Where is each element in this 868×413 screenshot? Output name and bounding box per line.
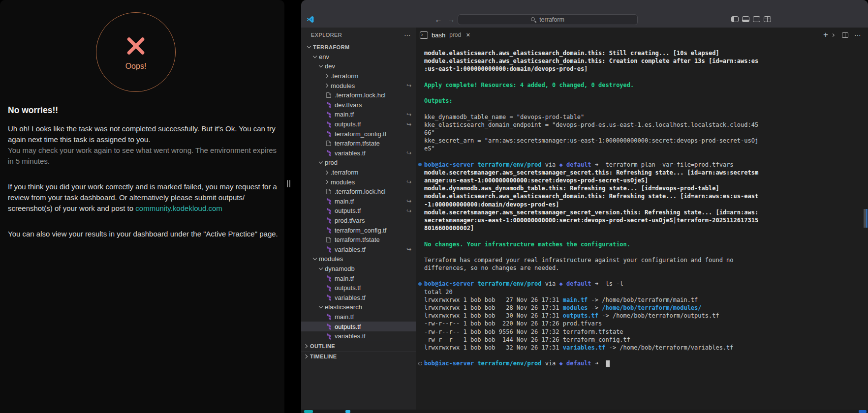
chevron-right-icon bbox=[302, 342, 310, 350]
tree-item-prod.tfvars[interactable]: prod.tfvars bbox=[301, 216, 416, 226]
tree-item-elasticsearch[interactable]: elasticsearch bbox=[301, 302, 416, 312]
toggle-primary-sidebar-button[interactable] bbox=[731, 16, 739, 23]
remote-indicator[interactable] bbox=[304, 410, 313, 413]
tree-item-main.tf[interactable]: main.tf↪ bbox=[301, 110, 416, 119]
sidebar-section-timeline[interactable]: TIMELINE bbox=[301, 351, 416, 361]
customize-layout-button[interactable] bbox=[764, 16, 772, 23]
terminal-line bbox=[424, 105, 864, 113]
no-worries-heading: No worries!! bbox=[8, 105, 279, 116]
message-primary: Uh oh! Looks like the task was not compl… bbox=[8, 123, 279, 145]
tree-item-label: modules bbox=[319, 255, 343, 263]
explorer-header: EXPLORER ⋯ bbox=[301, 28, 416, 42]
terminal-line: -rw-r--r-- 1 bob bob 144 Nov 26 17:26 te… bbox=[424, 336, 864, 344]
tree-item-modules[interactable]: modules↪ bbox=[301, 177, 416, 187]
command-decoration-icon[interactable] bbox=[418, 282, 422, 286]
tree-item-prod[interactable]: prod bbox=[301, 158, 416, 168]
divider-handle-icon[interactable] bbox=[287, 180, 290, 187]
tree-item-outputs.tf[interactable]: outputs.tf bbox=[301, 322, 416, 331]
chevron-down-icon bbox=[831, 32, 836, 37]
panel-divider[interactable] bbox=[284, 0, 301, 413]
error-circle: Oops! bbox=[96, 12, 176, 92]
tree-item-.terraform[interactable]: .terraform bbox=[301, 168, 416, 177]
section-label: TIMELINE bbox=[310, 354, 337, 359]
task-result-panel: Oops! No worries!! Uh oh! Looks like the… bbox=[0, 0, 284, 413]
symlink-icon: ↪ bbox=[406, 208, 411, 214]
notifications-indicator[interactable] bbox=[859, 410, 867, 413]
command-decoration-icon[interactable] bbox=[418, 163, 422, 166]
tree-item-.terraform[interactable]: .terraform bbox=[301, 71, 416, 81]
tree-item-dev.tfvars[interactable]: dev.tfvars bbox=[301, 100, 416, 110]
chevron-right-icon bbox=[302, 353, 310, 360]
tree-item-main.tf[interactable]: main.tf bbox=[301, 312, 416, 322]
terraform-icon bbox=[325, 149, 333, 156]
chevron-right-icon bbox=[323, 82, 331, 89]
tree-item-terraform.tfstate[interactable]: terraform.tfstate bbox=[301, 139, 416, 148]
tree-item-terraform[interactable]: TERRAFORM bbox=[301, 42, 416, 52]
terminal-scrollbar[interactable] bbox=[864, 209, 867, 228]
terminal-line: -rw-r--r-- 1 bob bob 220 Nov 26 17:26 pr… bbox=[424, 320, 864, 327]
tree-item-main.tf[interactable]: main.tf bbox=[301, 273, 416, 283]
symlink-icon: ↪ bbox=[406, 179, 411, 185]
tree-item-modules[interactable]: modules bbox=[301, 254, 416, 264]
result-message-block: No worries!! Uh oh! Looks like the task … bbox=[8, 105, 279, 239]
terminal-line bbox=[424, 232, 864, 240]
tree-item-dynamodb[interactable]: dynamodb bbox=[301, 264, 416, 274]
tree-item-label: main.tf bbox=[335, 275, 354, 282]
explorer-more-actions-button[interactable]: ⋯ bbox=[404, 31, 411, 39]
tree-item-variables.tf[interactable]: variables.tf bbox=[301, 331, 416, 341]
terraform-icon bbox=[325, 246, 333, 253]
terminal-tab-subtitle: prod bbox=[449, 31, 461, 38]
close-terminal-icon[interactable]: × bbox=[466, 31, 470, 39]
tree-item-label: outputs.tf bbox=[335, 120, 361, 128]
sidebar-section-outline[interactable]: OUTLINE bbox=[301, 341, 416, 351]
tree-item-terraform_config.tf[interactable]: terraform_config.tf bbox=[301, 225, 416, 235]
command-decoration-icon[interactable] bbox=[418, 362, 422, 366]
tree-item-dev[interactable]: dev bbox=[301, 61, 416, 71]
tree-item-.terraform.lock.hcl[interactable]: .terraform.lock.hcl bbox=[301, 90, 416, 100]
status-item[interactable] bbox=[345, 410, 350, 413]
tree-item-.terraform.lock.hcl[interactable]: .terraform.lock.hcl bbox=[301, 187, 416, 197]
terminal-line: module.elasticsearch.aws_elasticsearch_d… bbox=[424, 49, 864, 57]
status-bar bbox=[301, 410, 868, 413]
tree-item-env[interactable]: env bbox=[301, 52, 416, 62]
terminal-tab[interactable]: bash prod × bbox=[420, 31, 470, 39]
tree-item-outputs.tf[interactable]: outputs.tf bbox=[301, 283, 416, 293]
tree-item-outputs.tf[interactable]: outputs.tf↪ bbox=[301, 206, 416, 216]
tree-item-variables.tf[interactable]: variables.tf↪ bbox=[301, 148, 416, 158]
terminal-output[interactable]: module.elasticsearch.aws_elasticsearch_d… bbox=[416, 42, 868, 410]
terminal-line bbox=[424, 89, 864, 97]
tree-item-label: outputs.tf bbox=[335, 207, 361, 214]
file-icon bbox=[325, 92, 333, 98]
terminal-tab-bar: bash prod × + ⋯ bbox=[416, 28, 868, 42]
terminal-profile-dropdown[interactable] bbox=[831, 32, 836, 37]
nav-forward-button[interactable]: → bbox=[446, 14, 457, 26]
tree-item-terraform.tfstate[interactable]: terraform.tfstate bbox=[301, 235, 416, 245]
community-link[interactable]: community.kodekloud.com bbox=[135, 204, 222, 212]
tree-item-terraform_config.tf[interactable]: terraform_config.tf bbox=[301, 129, 416, 139]
terminal-line: 66" bbox=[424, 129, 864, 137]
tree-item-variables.tf[interactable]: variables.tf bbox=[301, 293, 416, 302]
split-terminal-button[interactable] bbox=[842, 32, 848, 38]
terminal-line: :us-east-1:000000000000:domain/devops-pr… bbox=[424, 65, 864, 73]
terraform-icon bbox=[325, 285, 333, 292]
toggle-panel-button[interactable] bbox=[742, 16, 750, 23]
nav-back-button[interactable]: ← bbox=[433, 14, 444, 26]
tree-item-label: terraform.tfstate bbox=[335, 236, 380, 243]
command-center-search[interactable]: terraform bbox=[458, 14, 638, 25]
terminal-line: Apply complete! Resources: 4 added, 0 ch… bbox=[424, 81, 864, 89]
panel-more-actions-button[interactable]: ⋯ bbox=[854, 31, 861, 39]
tree-item-main.tf[interactable]: main.tf↪ bbox=[301, 197, 416, 206]
terraform-icon bbox=[325, 121, 333, 128]
terminal-line: eS" bbox=[424, 145, 864, 152]
vscode-logo-icon[interactable] bbox=[306, 15, 314, 24]
tree-item-outputs.tf[interactable]: outputs.tf↪ bbox=[301, 119, 416, 129]
tree-item-label: .terraform bbox=[331, 169, 358, 176]
new-terminal-button[interactable]: + bbox=[823, 30, 828, 40]
tree-item-variables.tf[interactable]: variables.tf↪ bbox=[301, 244, 416, 254]
terminal-line: -rw-r--r-- 1 bob bob 9556 Nov 26 17:32 t… bbox=[424, 328, 864, 336]
terminal-line: secretsmanager:us-east-1:000000000000:se… bbox=[424, 216, 864, 224]
tree-item-label: elasticsearch bbox=[325, 303, 362, 311]
tree-item-modules[interactable]: modules↪ bbox=[301, 81, 416, 90]
terminal-line: kke_dynamodb_table_name = "devops-prod-t… bbox=[424, 113, 864, 121]
toggle-secondary-sidebar-button[interactable] bbox=[753, 16, 761, 23]
